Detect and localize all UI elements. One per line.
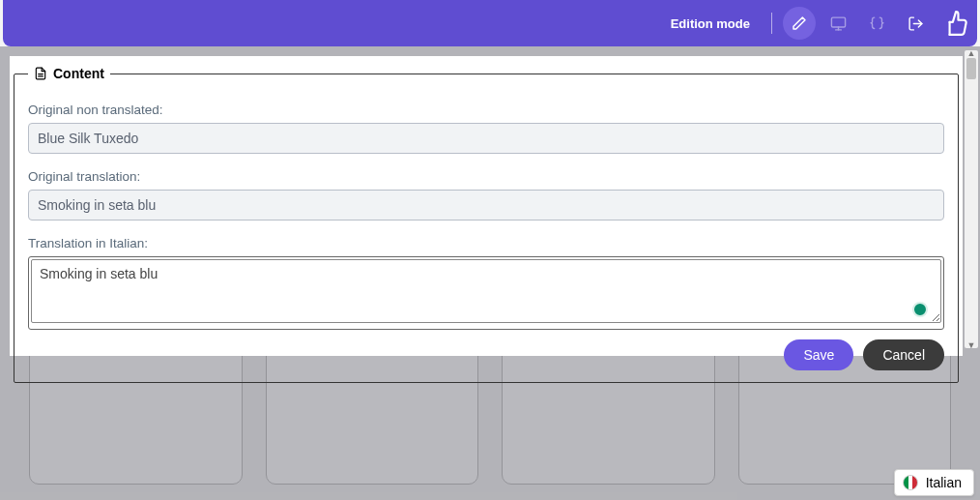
document-icon <box>34 67 47 80</box>
scroll-thumb[interactable] <box>966 58 976 79</box>
top-toolbar: Edition mode <box>3 0 977 46</box>
original-input <box>28 123 944 154</box>
editor-actions: Save Cancel <box>28 339 944 370</box>
exit-icon <box>908 15 924 32</box>
svg-rect-0 <box>831 17 845 27</box>
mode-label: Edition mode <box>671 16 750 31</box>
language-label: Italian <box>926 475 962 490</box>
brand-logo[interactable] <box>940 4 969 43</box>
target-translation-input[interactable] <box>31 259 941 323</box>
save-button[interactable]: Save <box>784 339 853 370</box>
toolbar-divider <box>771 13 772 34</box>
original-translation-label: Original translation: <box>28 169 944 184</box>
original-translation-input <box>28 190 944 221</box>
edit-mode-button[interactable] <box>783 7 816 40</box>
italy-flag-icon <box>903 475 918 490</box>
panel-scrollbar[interactable]: ▲ ▼ <box>965 50 978 348</box>
translation-editor-panel: Content Original non translated: Origina… <box>10 56 963 356</box>
content-legend-text: Content <box>53 66 104 81</box>
scroll-up-arrow-icon[interactable]: ▲ <box>966 48 976 58</box>
original-label: Original non translated: <box>28 103 944 117</box>
exit-button[interactable] <box>899 7 932 40</box>
code-button[interactable] <box>860 7 893 40</box>
language-switcher[interactable]: Italian <box>894 469 974 496</box>
thumbs-up-icon <box>942 7 967 40</box>
preview-button[interactable] <box>821 7 854 40</box>
content-fieldset: Content Original non translated: Origina… <box>14 66 959 383</box>
content-legend: Content <box>28 66 110 81</box>
grammarly-icon[interactable] <box>912 302 928 317</box>
braces-icon <box>869 15 885 32</box>
monitor-icon <box>830 15 847 32</box>
pencil-icon <box>792 15 807 31</box>
cancel-button[interactable]: Cancel <box>863 339 944 370</box>
target-translation-wrap <box>28 256 944 330</box>
target-translation-label: Translation in Italian: <box>28 236 944 250</box>
scroll-down-arrow-icon[interactable]: ▼ <box>966 340 976 350</box>
